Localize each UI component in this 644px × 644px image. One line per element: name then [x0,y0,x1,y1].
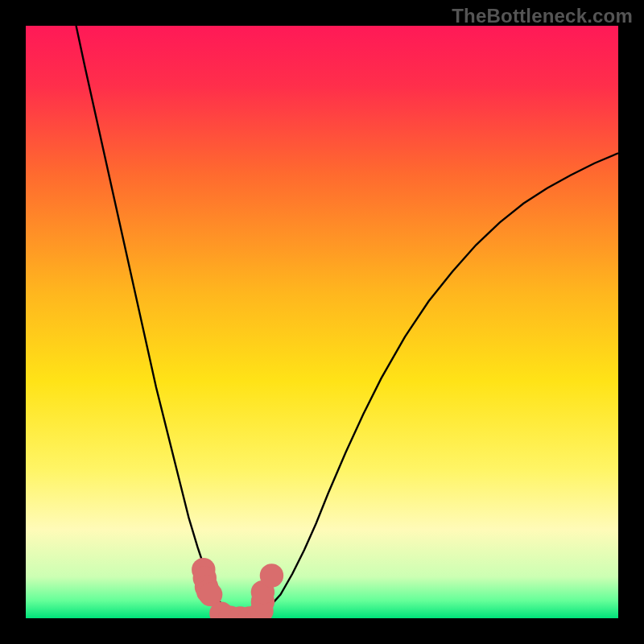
plot-background [26,26,618,618]
plot-svg [26,26,618,618]
watermark-text: TheBottleneck.com [452,5,633,27]
detail-marker [260,564,283,587]
chart-frame: TheBottleneck.com [0,0,644,644]
